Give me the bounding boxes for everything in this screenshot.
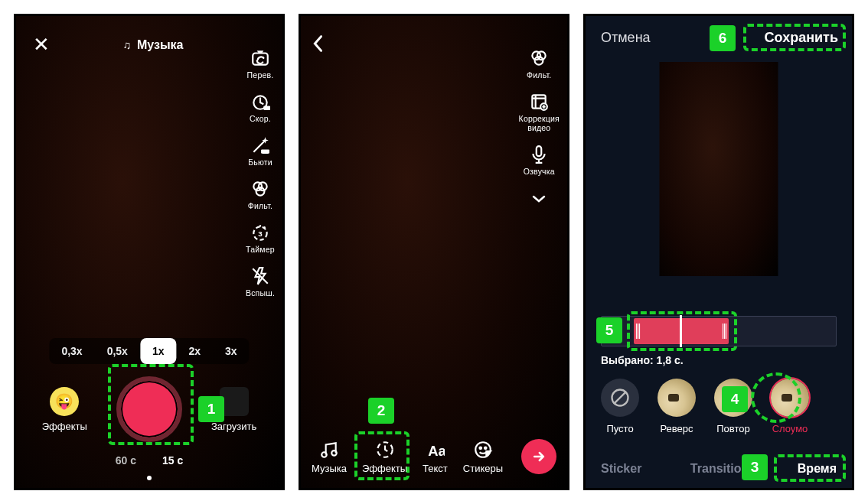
speed-button[interactable]: ON Скор. — [250, 92, 271, 123]
time-effects-row: Пусто Реверс Повтор Слоумо — [601, 379, 837, 434]
effects-button[interactable]: Эффекты — [362, 440, 407, 474]
speed-0-5x[interactable]: 0,5x — [95, 338, 140, 364]
speed-selector: 0,3x 0,5x 1x 2x 3x — [49, 338, 249, 364]
effect-reverse[interactable]: Реверс — [658, 379, 696, 434]
flip-icon — [250, 48, 270, 68]
marker-4: 4 — [722, 386, 748, 412]
stickers-button[interactable]: Стикеры — [463, 440, 503, 474]
svg-point-19 — [331, 450, 337, 456]
left-handle[interactable] — [638, 324, 638, 339]
filters-button[interactable]: Фильт. — [527, 48, 551, 80]
timeline[interactable] — [601, 316, 837, 346]
tab-sticker[interactable]: Sticker — [601, 462, 641, 476]
voiceover-button[interactable]: Озвучка — [524, 145, 555, 176]
back-button[interactable] — [313, 34, 324, 56]
svg-point-14 — [535, 57, 543, 65]
video-preview — [660, 62, 778, 276]
header: ✕ Музыка — [16, 16, 282, 57]
dur-60[interactable]: 60 c — [116, 454, 136, 467]
record-row: 😜 Эффекты Загрузить — [16, 376, 282, 442]
svg-text:ON: ON — [264, 106, 269, 110]
svg-line-26 — [614, 392, 626, 404]
svg-text:ON: ON — [263, 150, 268, 154]
effect-slowmo[interactable]: Слоумо — [771, 379, 809, 434]
next-button[interactable] — [521, 439, 556, 474]
music-icon — [319, 440, 339, 460]
music-note-icon — [122, 38, 131, 52]
music-label: Музыка — [137, 38, 184, 52]
effect-category-tabs: Sticker Transition Время — [601, 462, 837, 476]
reverse-thumb — [658, 379, 696, 417]
crop-icon — [529, 92, 549, 112]
record-button[interactable] — [116, 376, 182, 442]
bottom-edit-row: Музыка Эффекты Aa Текст Стикеры — [312, 439, 556, 474]
beauty-button[interactable]: ON Бьюти — [248, 135, 272, 167]
speed-icon: ON — [250, 92, 270, 112]
pick-music-button[interactable]: Музыка — [122, 38, 183, 52]
screen-edit: Фильт. Коррекция видео Озвучка Музыка Эф… — [299, 14, 569, 490]
effect-none[interactable]: Пусто — [601, 379, 639, 434]
right-toolbar: Перев. ON Скор. ON Бьюти Фильт. 3 Таймер… — [246, 48, 275, 298]
speed-0-3x[interactable]: 0,3x — [49, 338, 94, 364]
right-toolbar: Фильт. Коррекция видео Озвучка — [519, 48, 560, 206]
tab-transition[interactable]: Transition — [690, 462, 749, 476]
none-icon — [601, 379, 639, 417]
save-button[interactable]: Сохранить — [765, 30, 838, 46]
timer-icon: 3 — [250, 223, 270, 242]
dur-15[interactable]: 15 c — [162, 454, 183, 467]
filters-icon — [529, 48, 549, 68]
marker-3: 3 — [742, 454, 768, 480]
cancel-button[interactable]: Отмена — [601, 30, 651, 46]
video-correction-button[interactable]: Коррекция видео — [519, 92, 560, 132]
effects-clock-icon — [375, 440, 395, 460]
speed-3x[interactable]: 3x — [213, 338, 250, 364]
speed-2x[interactable]: 2x — [176, 338, 213, 364]
marker-5: 5 — [596, 317, 622, 343]
slowmo-thumb — [771, 379, 809, 417]
playhead[interactable] — [680, 315, 682, 347]
speed-1x[interactable]: 1x — [140, 338, 177, 364]
music-button[interactable]: Музыка — [312, 440, 347, 474]
arrow-right-icon — [531, 449, 547, 464]
marker-1: 1 — [198, 396, 224, 422]
marker-2: 2 — [368, 398, 394, 424]
screen-effects-editor: Отмена Сохранить Выбрано: 1,8 с. Пусто Р… — [583, 14, 854, 490]
chevron-left-icon — [313, 34, 324, 53]
right-handle[interactable] — [724, 324, 725, 339]
svg-text:3: 3 — [258, 229, 263, 238]
pager-dot — [147, 476, 152, 480]
svg-point-24 — [485, 447, 487, 450]
effects-emoji-icon: 😜 — [50, 387, 79, 416]
svg-rect-17 — [537, 146, 542, 156]
chevron-down-icon — [532, 194, 546, 203]
duration-selector[interactable]: 60 c 15 c — [16, 454, 282, 467]
flash-off-icon — [250, 266, 270, 286]
marker-6: 6 — [710, 25, 736, 51]
wand-icon: ON — [250, 135, 270, 155]
selected-duration: Выбрано: 1,8 с. — [601, 354, 684, 366]
text-icon: Aa — [425, 440, 445, 460]
mic-icon — [529, 145, 549, 164]
close-icon[interactable]: ✕ — [33, 33, 50, 57]
expand-tools[interactable] — [532, 193, 546, 206]
svg-text:Aa: Aa — [429, 443, 445, 459]
effects-button[interactable]: 😜 Эффекты — [42, 387, 87, 432]
text-button[interactable]: Aa Текст — [423, 440, 448, 474]
screen-record: ✕ Музыка Перев. ON Скор. ON Бьюти Фильт.… — [14, 14, 285, 490]
svg-point-18 — [321, 452, 327, 457]
svg-point-23 — [479, 447, 481, 450]
tab-time[interactable]: Время — [798, 462, 837, 476]
filters-button[interactable]: Фильт. — [248, 179, 272, 210]
flip-camera-button[interactable]: Перев. — [247, 48, 274, 80]
flash-button[interactable]: Вспыш. — [246, 266, 275, 298]
timer-button[interactable]: 3 Таймер — [246, 223, 275, 254]
sticker-icon — [473, 440, 493, 460]
svg-point-22 — [475, 442, 491, 457]
svg-point-8 — [256, 187, 265, 196]
filters-icon — [250, 179, 270, 199]
